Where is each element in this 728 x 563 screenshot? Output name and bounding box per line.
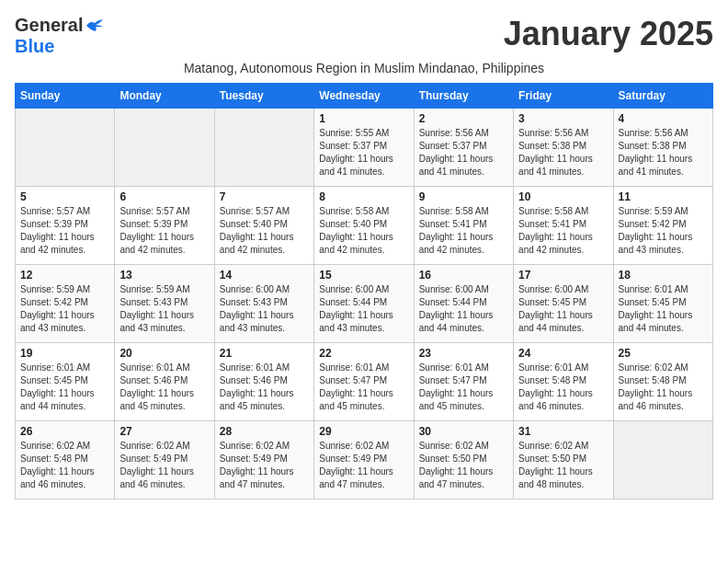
day-number: 26	[20, 425, 109, 438]
calendar-cell: 12Sunrise: 5:59 AM Sunset: 5:42 PM Dayli…	[16, 265, 115, 343]
day-number: 22	[319, 347, 408, 360]
week-row-1: 1Sunrise: 5:55 AM Sunset: 5:37 PM Daylig…	[16, 109, 713, 187]
calendar-cell: 4Sunrise: 5:56 AM Sunset: 5:38 PM Daylig…	[613, 109, 712, 187]
logo-bird-icon	[85, 18, 105, 33]
calendar-cell: 16Sunrise: 6:00 AM Sunset: 5:44 PM Dayli…	[414, 265, 513, 343]
weekday-header-tuesday: Tuesday	[214, 84, 313, 109]
weekday-header-wednesday: Wednesday	[314, 84, 414, 109]
day-info: Sunrise: 6:00 AM Sunset: 5:44 PM Dayligh…	[419, 283, 508, 335]
day-number: 24	[518, 347, 608, 360]
calendar-subtitle: Matanog, Autonomous Region in Muslim Min…	[15, 61, 713, 75]
day-info: Sunrise: 6:00 AM Sunset: 5:43 PM Dayligh…	[220, 283, 309, 335]
day-number: 16	[419, 269, 508, 282]
day-info: Sunrise: 5:55 AM Sunset: 5:37 PM Dayligh…	[319, 127, 408, 178]
day-info: Sunrise: 6:02 AM Sunset: 5:48 PM Dayligh…	[619, 362, 708, 413]
calendar-cell: 23Sunrise: 6:01 AM Sunset: 5:47 PM Dayli…	[414, 343, 513, 421]
day-info: Sunrise: 5:57 AM Sunset: 5:39 PM Dayligh…	[20, 205, 109, 257]
day-info: Sunrise: 6:01 AM Sunset: 5:48 PM Dayligh…	[518, 362, 608, 413]
day-info: Sunrise: 6:01 AM Sunset: 5:47 PM Dayligh…	[419, 362, 508, 413]
day-info: Sunrise: 6:02 AM Sunset: 5:49 PM Dayligh…	[119, 440, 209, 491]
calendar-cell: 24Sunrise: 6:01 AM Sunset: 5:48 PM Dayli…	[514, 343, 613, 421]
calendar-table: SundayMondayTuesdayWednesdayThursdayFrid…	[15, 83, 713, 500]
day-number: 6	[119, 190, 209, 203]
week-row-5: 26Sunrise: 6:02 AM Sunset: 5:48 PM Dayli…	[16, 421, 713, 500]
calendar-cell: 27Sunrise: 6:02 AM Sunset: 5:49 PM Dayli…	[115, 421, 214, 500]
day-number: 17	[518, 269, 608, 282]
day-info: Sunrise: 6:01 AM Sunset: 5:45 PM Dayligh…	[20, 362, 109, 413]
calendar-cell: 7Sunrise: 5:57 AM Sunset: 5:40 PM Daylig…	[214, 187, 313, 265]
month-title: January 2025	[504, 15, 713, 53]
calendar-cell: 19Sunrise: 6:01 AM Sunset: 5:45 PM Dayli…	[16, 343, 115, 421]
calendar-cell: 1Sunrise: 5:55 AM Sunset: 5:37 PM Daylig…	[314, 109, 414, 187]
day-number: 23	[419, 347, 508, 360]
calendar-cell: 22Sunrise: 6:01 AM Sunset: 5:47 PM Dayli…	[314, 343, 414, 421]
calendar-cell	[115, 109, 214, 187]
day-number: 10	[518, 190, 608, 203]
calendar-cell	[16, 109, 115, 187]
calendar-cell: 15Sunrise: 6:00 AM Sunset: 5:44 PM Dayli…	[314, 265, 414, 343]
day-info: Sunrise: 5:57 AM Sunset: 5:40 PM Dayligh…	[220, 205, 309, 257]
day-info: Sunrise: 5:56 AM Sunset: 5:37 PM Dayligh…	[419, 127, 508, 178]
logo: General Blue	[15, 15, 105, 57]
day-number: 4	[619, 112, 708, 125]
calendar-cell: 17Sunrise: 6:00 AM Sunset: 5:45 PM Dayli…	[514, 265, 613, 343]
day-info: Sunrise: 5:58 AM Sunset: 5:40 PM Dayligh…	[319, 205, 408, 257]
day-info: Sunrise: 6:01 AM Sunset: 5:46 PM Dayligh…	[220, 362, 309, 413]
calendar-cell: 10Sunrise: 5:58 AM Sunset: 5:41 PM Dayli…	[514, 187, 613, 265]
calendar-cell: 18Sunrise: 6:01 AM Sunset: 5:45 PM Dayli…	[613, 265, 712, 343]
day-number: 28	[220, 425, 309, 438]
calendar-cell: 3Sunrise: 5:56 AM Sunset: 5:38 PM Daylig…	[514, 109, 613, 187]
day-info: Sunrise: 6:01 AM Sunset: 5:46 PM Dayligh…	[119, 362, 209, 413]
day-number: 29	[319, 425, 408, 438]
calendar-cell: 20Sunrise: 6:01 AM Sunset: 5:46 PM Dayli…	[115, 343, 214, 421]
day-info: Sunrise: 6:01 AM Sunset: 5:45 PM Dayligh…	[619, 283, 708, 335]
calendar-cell	[613, 421, 712, 500]
day-info: Sunrise: 6:00 AM Sunset: 5:44 PM Dayligh…	[319, 283, 408, 335]
weekday-header-row: SundayMondayTuesdayWednesdayThursdayFrid…	[16, 84, 713, 109]
week-row-2: 5Sunrise: 5:57 AM Sunset: 5:39 PM Daylig…	[16, 187, 713, 265]
day-number: 7	[220, 190, 309, 203]
calendar-cell: 28Sunrise: 6:02 AM Sunset: 5:49 PM Dayli…	[214, 421, 313, 500]
day-number: 20	[119, 347, 209, 360]
day-number: 14	[220, 269, 309, 282]
day-number: 25	[619, 347, 708, 360]
calendar-cell	[214, 109, 313, 187]
day-number: 13	[119, 269, 209, 282]
day-info: Sunrise: 6:02 AM Sunset: 5:48 PM Dayligh…	[20, 440, 109, 491]
calendar-cell: 30Sunrise: 6:02 AM Sunset: 5:50 PM Dayli…	[414, 421, 513, 500]
day-number: 15	[319, 269, 408, 282]
day-info: Sunrise: 5:58 AM Sunset: 5:41 PM Dayligh…	[518, 205, 608, 257]
day-number: 3	[518, 112, 608, 125]
calendar-cell: 13Sunrise: 5:59 AM Sunset: 5:43 PM Dayli…	[115, 265, 214, 343]
calendar-cell: 25Sunrise: 6:02 AM Sunset: 5:48 PM Dayli…	[613, 343, 712, 421]
day-number: 12	[20, 269, 109, 282]
calendar-cell: 6Sunrise: 5:57 AM Sunset: 5:39 PM Daylig…	[115, 187, 214, 265]
calendar-cell: 8Sunrise: 5:58 AM Sunset: 5:40 PM Daylig…	[314, 187, 414, 265]
week-row-4: 19Sunrise: 6:01 AM Sunset: 5:45 PM Dayli…	[16, 343, 713, 421]
weekday-header-friday: Friday	[514, 84, 613, 109]
calendar-cell: 9Sunrise: 5:58 AM Sunset: 5:41 PM Daylig…	[414, 187, 513, 265]
day-info: Sunrise: 5:59 AM Sunset: 5:42 PM Dayligh…	[619, 205, 708, 257]
day-info: Sunrise: 5:57 AM Sunset: 5:39 PM Dayligh…	[119, 205, 209, 257]
calendar-cell: 29Sunrise: 6:02 AM Sunset: 5:49 PM Dayli…	[314, 421, 414, 500]
day-number: 18	[619, 269, 708, 282]
logo-general: General	[15, 15, 83, 36]
day-number: 19	[20, 347, 109, 360]
calendar-cell: 11Sunrise: 5:59 AM Sunset: 5:42 PM Dayli…	[613, 187, 712, 265]
calendar-cell: 2Sunrise: 5:56 AM Sunset: 5:37 PM Daylig…	[414, 109, 513, 187]
day-info: Sunrise: 5:56 AM Sunset: 5:38 PM Dayligh…	[619, 127, 708, 178]
day-info: Sunrise: 6:00 AM Sunset: 5:45 PM Dayligh…	[518, 283, 608, 335]
page-header: General Blue January 2025	[15, 15, 713, 57]
day-number: 9	[419, 190, 508, 203]
calendar-cell: 14Sunrise: 6:00 AM Sunset: 5:43 PM Dayli…	[214, 265, 313, 343]
day-info: Sunrise: 6:02 AM Sunset: 5:49 PM Dayligh…	[319, 440, 408, 491]
weekday-header-saturday: Saturday	[613, 84, 712, 109]
day-info: Sunrise: 6:02 AM Sunset: 5:50 PM Dayligh…	[419, 440, 508, 491]
day-info: Sunrise: 5:59 AM Sunset: 5:42 PM Dayligh…	[20, 283, 109, 335]
day-number: 21	[220, 347, 309, 360]
day-number: 8	[319, 190, 408, 203]
day-info: Sunrise: 6:01 AM Sunset: 5:47 PM Dayligh…	[319, 362, 408, 413]
calendar-cell: 5Sunrise: 5:57 AM Sunset: 5:39 PM Daylig…	[16, 187, 115, 265]
day-number: 11	[619, 190, 708, 203]
day-number: 5	[20, 190, 109, 203]
